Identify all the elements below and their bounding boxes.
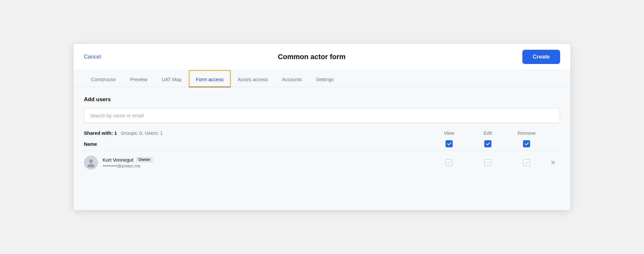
owner-badge: Owner — [136, 157, 153, 163]
modal-container: Cancel Common actor form Create Construc… — [74, 44, 570, 210]
remove-user-button[interactable]: ✕ — [547, 159, 559, 166]
page-title: Common actor form — [101, 53, 522, 61]
user-name: Kurt Vonnegut — [103, 157, 133, 163]
search-input[interactable] — [84, 108, 560, 123]
user-name-row: Kurt Vonnegut Owner — [103, 157, 153, 163]
name-row: Name — [84, 137, 560, 151]
svg-point-1 — [87, 164, 95, 167]
col-header-edit: Edit — [468, 130, 507, 136]
cancel-button[interactable]: Cancel — [84, 54, 101, 60]
col-header-remove: Remove — [507, 130, 546, 136]
avatar — [84, 155, 98, 170]
edit-checkbox-header[interactable] — [468, 140, 507, 147]
modal-content: Add users Shared with: 1 Groups: 0, User… — [74, 87, 570, 210]
col-header-view: View — [430, 130, 468, 136]
view-checkbox-user — [430, 159, 468, 166]
user-email: ••••••••••@proton.me — [103, 164, 153, 168]
view-checkbox-header[interactable] — [430, 140, 468, 147]
remove-checkbox-header[interactable] — [507, 140, 546, 147]
remove-checkbox-user — [507, 159, 546, 166]
shared-detail: Groups: 0, Users: 1 — [121, 130, 163, 136]
modal-header: Cancel Common actor form Create — [74, 44, 570, 70]
col-name-label: Name — [84, 141, 430, 147]
create-button[interactable]: Create — [522, 50, 560, 64]
tab-preview[interactable]: Preview — [123, 70, 155, 88]
tab-uat-map[interactable]: UAT Map — [155, 70, 189, 88]
table-row: Kurt Vonnegut Owner ••••••••••@proton.me — [84, 151, 560, 173]
tabs-bar: Constructor Preview UAT Map Form access … — [74, 70, 570, 88]
tab-form-access[interactable]: Form access — [189, 70, 231, 88]
svg-point-0 — [89, 159, 93, 163]
shared-with-label: Shared with: 1 — [84, 130, 117, 136]
add-users-title: Add users — [84, 96, 560, 103]
tab-actors-access[interactable]: Actors access — [231, 70, 275, 88]
tab-accounts[interactable]: Accounts — [275, 70, 309, 88]
user-info: Kurt Vonnegut Owner ••••••••••@proton.me — [84, 155, 430, 170]
edit-checkbox-user — [468, 159, 507, 166]
tab-settings[interactable]: Settings — [309, 70, 341, 88]
tab-constructor[interactable]: Constructor — [84, 70, 123, 88]
user-details: Kurt Vonnegut Owner ••••••••••@proton.me — [103, 157, 153, 168]
